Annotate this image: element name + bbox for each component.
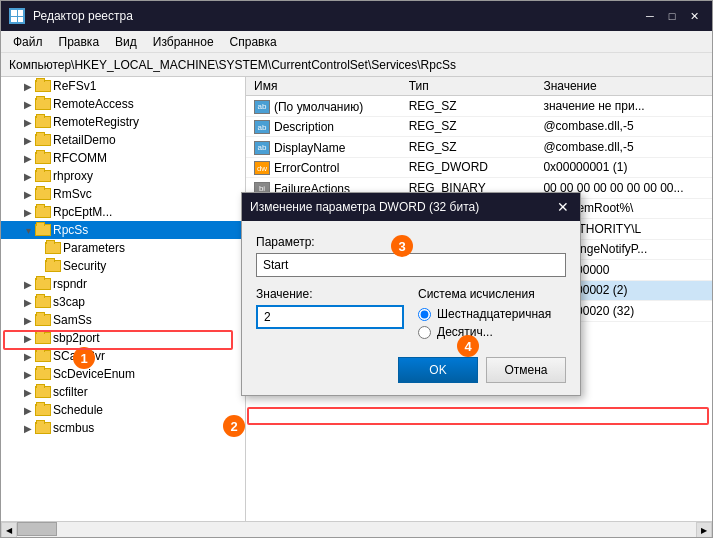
tree-item-scfilter[interactable]: ▶ scfilter <box>1 383 245 401</box>
close-button[interactable]: ✕ <box>684 7 704 25</box>
menu-edit[interactable]: Правка <box>51 33 108 51</box>
tree-item-remoteaccess[interactable]: ▶ RemoteAccess <box>1 95 245 113</box>
cell-value: значение не при... <box>535 96 712 117</box>
address-text: Компьютер\HKEY_LOCAL_MACHINE\SYSTEM\Curr… <box>9 58 456 72</box>
tree-arrow: ▶ <box>21 171 35 182</box>
folder-icon <box>35 296 51 308</box>
folder-icon <box>35 404 51 416</box>
tree-label: SamSs <box>53 313 92 327</box>
menu-favorites[interactable]: Избранное <box>145 33 222 51</box>
dialog-buttons: OK Отмена <box>256 357 566 383</box>
tree-arrow: ▶ <box>21 351 35 362</box>
tree-item-s3cap[interactable]: ▶ s3cap <box>1 293 245 311</box>
cell-name: dw ErrorControl <box>246 157 401 178</box>
app-icon <box>9 8 25 24</box>
menu-help[interactable]: Справка <box>222 33 285 51</box>
folder-icon <box>35 80 51 92</box>
tree-arrow: ▾ <box>21 225 35 236</box>
tree-label: RpcSs <box>53 223 88 237</box>
table-row[interactable]: ab (По умолчанию) REG_SZ значение не при… <box>246 96 712 117</box>
value-section: Значение: <box>256 287 404 329</box>
tree-arrow: ▶ <box>21 99 35 110</box>
table-row[interactable]: ab Description REG_SZ @combase.dll,-5 <box>246 116 712 137</box>
folder-icon <box>35 98 51 110</box>
radio-hex-item[interactable]: Шестнадцатеричная <box>418 307 566 321</box>
tree-label: RetailDemo <box>53 133 116 147</box>
tree-arrow: ▶ <box>21 117 35 128</box>
tree-label: Schedule <box>53 403 103 417</box>
minimize-button[interactable]: ─ <box>640 7 660 25</box>
tree-item-rmsvc[interactable]: ▶ RmSvc <box>1 185 245 203</box>
tree-item-scdeviceenum[interactable]: ▶ ScDeviceEnum <box>1 365 245 383</box>
folder-icon <box>45 260 61 272</box>
radio-dec[interactable] <box>418 326 431 339</box>
tree-label: RFCOMM <box>53 151 107 165</box>
tree-label: SCardSvr <box>53 349 105 363</box>
folder-icon <box>35 206 51 218</box>
scroll-right-btn[interactable]: ▶ <box>696 522 712 537</box>
table-row[interactable]: ab DisplayName REG_SZ @combase.dll,-5 <box>246 137 712 158</box>
dialog-close-button[interactable]: ✕ <box>554 199 572 215</box>
folder-icon <box>35 152 51 164</box>
tree-item-rhproxy[interactable]: ▶ rhproxy <box>1 167 245 185</box>
tree-item-parameters[interactable]: Parameters <box>1 239 245 257</box>
radio-hex[interactable] <box>418 308 431 321</box>
tree-item-rfcomm[interactable]: ▶ RFCOMM <box>1 149 245 167</box>
tree-arrow: ▶ <box>21 405 35 416</box>
radio-dec-label: Десятич... <box>437 325 493 339</box>
tree-item-remoteregistry[interactable]: ▶ RemoteRegistry <box>1 113 245 131</box>
tree-item-scardsvr[interactable]: ▶ SCardSvr <box>1 347 245 365</box>
tree-arrow: ▶ <box>21 315 35 326</box>
main-window: Редактор реестра ─ □ ✕ Файл Правка Вид И… <box>0 0 713 538</box>
radio-dec-item[interactable]: Десятич... <box>418 325 566 339</box>
tree-arrow: ▶ <box>21 369 35 380</box>
param-label: Параметр: <box>256 235 566 249</box>
col-name: Имя <box>246 77 401 96</box>
radio-hex-label: Шестнадцатеричная <box>437 307 551 321</box>
tree-label: rhproxy <box>53 169 93 183</box>
radio-section: Система исчисления Шестнадцатеричная Дес… <box>418 287 566 343</box>
tree-item-scmbus[interactable]: ▶ scmbus <box>1 419 245 437</box>
title-bar-left: Редактор реестра <box>9 8 133 24</box>
cancel-button[interactable]: Отмена <box>486 357 566 383</box>
tree-label: ReFSv1 <box>53 79 96 93</box>
tree-item-retaildemo[interactable]: ▶ RetailDemo <box>1 131 245 149</box>
scroll-left-btn[interactable]: ◀ <box>1 522 17 537</box>
tree-arrow: ▶ <box>21 333 35 344</box>
tree-item-refsv1[interactable]: ▶ ReFSv1 <box>1 77 245 95</box>
tree-item-samss[interactable]: ▶ SamSs <box>1 311 245 329</box>
horizontal-scrollbar[interactable]: ◀ ▶ <box>1 521 712 537</box>
folder-icon <box>35 332 51 344</box>
cell-value: 0x00000001 (1) <box>535 157 712 178</box>
tree-item-rpceptm---[interactable]: ▶ RpcEptM... <box>1 203 245 221</box>
registry-tree[interactable]: ▶ ReFSv1 ▶ RemoteAccess ▶ RemoteRegistry… <box>1 77 246 521</box>
tree-item-sbp2port[interactable]: ▶ sbp2port <box>1 329 245 347</box>
ok-button[interactable]: OK <box>398 357 478 383</box>
value-input[interactable] <box>256 305 404 329</box>
cell-value: @combase.dll,-5 <box>535 116 712 137</box>
folder-icon <box>35 422 51 434</box>
reg-type-icon: ab <box>254 141 270 155</box>
menu-view[interactable]: Вид <box>107 33 145 51</box>
menu-file[interactable]: Файл <box>5 33 51 51</box>
tree-arrow: ▶ <box>21 189 35 200</box>
address-bar: Компьютер\HKEY_LOCAL_MACHINE\SYSTEM\Curr… <box>1 53 712 77</box>
scroll-thumb[interactable] <box>17 522 57 536</box>
tree-arrow: ▶ <box>21 135 35 146</box>
tree-item-schedule[interactable]: ▶ Schedule <box>1 401 245 419</box>
param-input[interactable] <box>256 253 566 277</box>
tree-item-rspndr[interactable]: ▶ rspndr <box>1 275 245 293</box>
cell-name: ab (По умолчанию) <box>246 96 401 117</box>
title-bar: Редактор реестра ─ □ ✕ <box>1 1 712 31</box>
folder-icon <box>35 350 51 362</box>
dialog-content: Параметр: Значение: Система исчисления Ш… <box>242 221 580 395</box>
cell-type: REG_SZ <box>401 116 536 137</box>
tree-arrow: ▶ <box>21 207 35 218</box>
maximize-button[interactable]: □ <box>662 7 682 25</box>
folder-icon <box>35 314 51 326</box>
scroll-track <box>17 522 696 537</box>
tree-item-rpcss[interactable]: ▾ RpcSs <box>1 221 245 239</box>
table-row[interactable]: dw ErrorControl REG_DWORD 0x00000001 (1) <box>246 157 712 178</box>
reg-type-icon: dw <box>254 161 270 175</box>
tree-item-security[interactable]: Security <box>1 257 245 275</box>
